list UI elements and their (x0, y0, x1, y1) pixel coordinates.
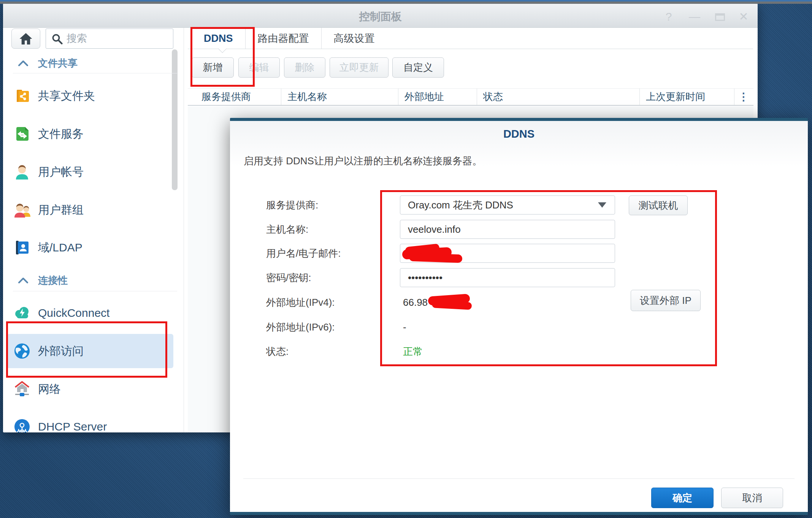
ddns-dialog: DDNS 启用支持 DDNS让用户以注册的主机名称连接服务器。 服务提供商: O… (230, 118, 808, 515)
tab-ddns[interactable]: DDNS (192, 28, 246, 49)
sidebar-item-external-access[interactable]: 外部访问 (7, 334, 173, 368)
sidebar-item-label: 用户帐号 (38, 164, 84, 180)
edit-button[interactable]: 编辑 (238, 57, 280, 78)
tab-advanced-settings[interactable]: 高级设置 (322, 28, 387, 49)
external-access-globe-icon (14, 343, 30, 359)
quickconnect-icon (14, 305, 30, 321)
user-group-icon (14, 202, 30, 218)
help-button[interactable]: ? (661, 10, 676, 23)
section-label: 连接性 (38, 274, 68, 287)
user-account-icon (14, 164, 30, 180)
sidebar-item-user-group[interactable]: 用户群组 (7, 198, 173, 222)
hostname-label: 主机名称: (266, 220, 397, 239)
column-header-last-update[interactable]: 上次更新时间 (640, 89, 734, 105)
customize-button[interactable]: 自定义 (392, 57, 444, 78)
footer-separator (243, 478, 795, 479)
sidebar-item-domain-ldap[interactable]: 域/LDAP (7, 235, 173, 260)
sidebar-item-dhcp-server[interactable]: DHCP Server (7, 415, 173, 432)
search-input[interactable] (67, 33, 162, 44)
username-input[interactable] (408, 248, 604, 259)
test-connection-button[interactable]: 测试联机 (629, 195, 688, 215)
section-divider (13, 291, 177, 291)
sidebar-item-shared-folder[interactable]: 共享文件夹 (7, 84, 173, 108)
password-field[interactable] (400, 268, 615, 287)
column-header-status[interactable]: 状态 (477, 89, 640, 105)
cancel-button[interactable]: 取消 (721, 488, 783, 508)
ipv4-label: 外部地址(IPv4): (266, 296, 397, 309)
ipv4-value: 66.98 (403, 296, 428, 309)
ok-button[interactable]: 确定 (651, 488, 714, 508)
search-icon (51, 33, 63, 44)
username-field[interactable] (400, 244, 615, 263)
provider-value: Oray.com 花生壳 DDNS (408, 199, 513, 212)
sidebar-item-label: 外部访问 (38, 343, 84, 359)
sidebar-item-user-account[interactable]: 用户帐号 (7, 160, 173, 184)
chevron-up-icon (18, 60, 28, 66)
shared-folder-icon (14, 87, 30, 104)
sidebar-item-label: 网络 (38, 381, 61, 397)
minimize-button[interactable]: — (687, 10, 702, 23)
column-menu-icon[interactable]: ⋮ (734, 89, 753, 105)
column-header-hostname[interactable]: 主机名称 (281, 89, 398, 105)
status-label: 状态: (266, 345, 397, 358)
column-header-external-address[interactable]: 外部地址 (398, 89, 477, 105)
desktop-top-gray-strip (0, 2, 812, 4)
titlebar[interactable]: 控制面板 ? — ✕ (3, 3, 758, 28)
search-box (46, 29, 173, 49)
home-button[interactable] (11, 29, 40, 49)
hostname-field[interactable] (400, 220, 615, 239)
tab-router-config[interactable]: 路由器配置 (246, 28, 322, 49)
hostname-input[interactable] (408, 224, 604, 235)
dialog-description: 启用支持 DDNS让用户以注册的主机名称连接服务器。 (244, 154, 482, 168)
sidebar-item-label: DHCP Server (38, 420, 107, 432)
section-label: 文件共享 (38, 57, 78, 70)
window-title: 控制面板 (3, 10, 758, 24)
section-divider (13, 73, 177, 73)
sidebar-item-network[interactable]: 网络 (7, 377, 173, 401)
sidebar-item-label: 文件服务 (38, 126, 84, 142)
status-value: 正常 (403, 345, 423, 358)
password-label: 密码/密钥: (266, 268, 397, 287)
dhcp-server-icon (14, 418, 30, 432)
sidebar-section-file-sharing[interactable]: 文件共享 (3, 56, 178, 70)
sidebar-item-label: 用户群组 (38, 202, 84, 218)
update-now-button[interactable]: 立即更新 (330, 57, 389, 78)
delete-button[interactable]: 删除 (284, 57, 325, 78)
sidebar-item-file-services[interactable]: 文件服务 (7, 122, 173, 146)
dropdown-caret-icon (598, 202, 606, 208)
table-header: 服务提供商 主机名称 外部地址 状态 上次更新时间 ⋮ (188, 88, 753, 106)
home-icon (19, 32, 33, 45)
ipv6-value: - (403, 321, 406, 334)
chevron-up-icon (18, 277, 28, 283)
username-label: 用户名/电子邮件: (266, 244, 397, 263)
sidebar: 文件共享 共享文件夹 文件服务 用户帐号 用户群组 (3, 28, 184, 432)
sidebar-item-quickconnect[interactable]: QuickConnect (7, 301, 173, 325)
sidebar-item-label: 共享文件夹 (38, 88, 95, 104)
ipv6-label: 外部地址(IPv6): (266, 321, 397, 334)
sidebar-section-connectivity[interactable]: 连接性 (3, 273, 178, 287)
domain-ldap-icon (14, 239, 30, 256)
column-header-provider[interactable]: 服务提供商 (188, 89, 281, 105)
provider-label: 服务提供商: (266, 195, 397, 215)
network-icon (14, 381, 30, 397)
file-services-icon (14, 126, 30, 142)
tab-border (188, 49, 753, 49)
close-button[interactable]: ✕ (736, 10, 751, 23)
set-external-ip-button[interactable]: 设置外部 IP (631, 290, 701, 311)
sidebar-item-label: 域/LDAP (38, 240, 82, 256)
provider-select[interactable]: Oray.com 花生壳 DDNS (400, 195, 615, 215)
password-input[interactable] (408, 272, 604, 284)
dialog-title: DDNS (230, 128, 808, 140)
add-button[interactable]: 新增 (192, 57, 234, 78)
maximize-button[interactable] (715, 13, 725, 21)
sidebar-item-label: QuickConnect (38, 307, 109, 319)
